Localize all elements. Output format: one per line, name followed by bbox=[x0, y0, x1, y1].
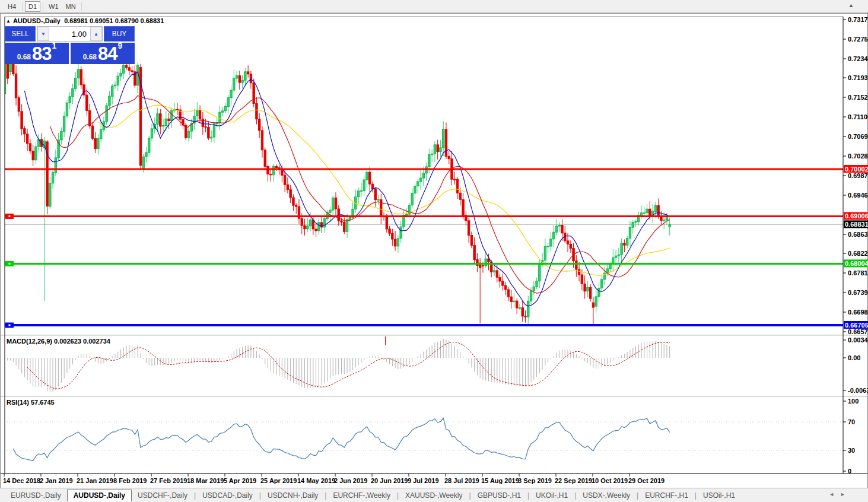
chart-tabs: EURUSD-,DailyAUDUSD-,DailyUSDCHF-,Daily|… bbox=[5, 490, 741, 501]
date-axis-label: 14 May 2019 bbox=[297, 477, 335, 484]
sell-button[interactable]: SELL bbox=[5, 26, 36, 42]
rsi-axis-tick: 0 bbox=[848, 468, 851, 475]
buy-price-sup: 9 bbox=[118, 36, 123, 56]
price-axis-tick: 0.70690 bbox=[848, 133, 868, 140]
tab-separator: | bbox=[527, 491, 529, 500]
candles-layer bbox=[4, 44, 670, 325]
chart-tab-usdcad-daily[interactable]: USDCAD-,Daily bbox=[196, 490, 259, 501]
chart-tab-eurchf-h1[interactable]: EURCHF-,H1 bbox=[639, 490, 694, 501]
sell-price-int: 0.68 bbox=[17, 51, 31, 63]
tab-separator: | bbox=[469, 491, 471, 500]
tab-scroll-left-icon[interactable]: ◄ bbox=[829, 491, 840, 497]
timeframe-button-w1[interactable]: W1 bbox=[46, 1, 62, 12]
tab-scroll-right-icon[interactable]: ► bbox=[840, 491, 851, 497]
collapse-arrow-icon[interactable]: ▲ bbox=[6, 18, 11, 24]
volume-stepper: ▼ ▲ bbox=[37, 26, 103, 42]
svg-text:0.68004: 0.68004 bbox=[845, 260, 868, 267]
svg-text:0.68831: 0.68831 bbox=[845, 221, 868, 228]
date-axis-label: 22 Sep 2019 bbox=[555, 477, 592, 484]
chart-tab-usdcnh-daily[interactable]: USDCNH-,Daily bbox=[262, 490, 324, 501]
chart-tab-bar: EURUSD-,DailyAUDUSD-,DailyUSDCHF-,Daily|… bbox=[0, 488, 868, 502]
rsi-indicator-label: RSI(14) 57.6745 bbox=[7, 399, 55, 406]
macd-axis-tick: -0.00637 bbox=[848, 387, 868, 394]
price-axis-tick: 0.66980 bbox=[848, 309, 868, 316]
price-axis-tick: 0.69870 bbox=[848, 172, 868, 179]
price-axis-tick: 0.68630 bbox=[848, 231, 868, 238]
price-axis-tick: 0.67810 bbox=[848, 269, 868, 277]
price-axis-tick: 0.72750 bbox=[848, 36, 868, 43]
chart-tab-usoil-h1[interactable]: USOil-,H1 bbox=[697, 490, 741, 501]
buy-price-display[interactable]: 0.68849 bbox=[71, 43, 135, 64]
volume-decrease-icon[interactable]: ▼ bbox=[37, 27, 49, 41]
date-axis-label: 28 Jul 2019 bbox=[444, 477, 479, 484]
chart-symbol-label: AUDUSD-,Daily bbox=[13, 17, 61, 24]
date-axis-label: 29 Oct 2019 bbox=[628, 477, 664, 484]
buy-price-int: 0.68 bbox=[83, 51, 97, 63]
price-axis-tick: 0.73170 bbox=[848, 16, 868, 23]
sell-price-sup: 1 bbox=[52, 36, 57, 56]
svg-text:0.69006: 0.69006 bbox=[845, 212, 868, 220]
toolbar-separator bbox=[43, 2, 43, 11]
chart-tab-audusd-daily[interactable]: AUDUSD-,Daily bbox=[67, 490, 132, 501]
rsi-axis-tick: 100 bbox=[848, 398, 859, 405]
date-axis-label: 14 Dec 2018 bbox=[3, 477, 40, 484]
timeframe-toolbar: H4D1W1MN ▲ bbox=[0, 0, 868, 13]
rsi-axis-tick: 30 bbox=[848, 447, 855, 454]
chart-tab-usdx-weekly[interactable]: USDX-,Weekly bbox=[577, 490, 636, 501]
toolbar-separator bbox=[22, 2, 23, 11]
tab-separator: | bbox=[325, 491, 326, 500]
date-axis-label: 8 Feb 2019 bbox=[113, 477, 147, 484]
price-axis-tick: 0.71930 bbox=[848, 74, 868, 81]
volume-increase-icon[interactable]: ▲ bbox=[90, 27, 102, 41]
tab-separator: | bbox=[397, 491, 399, 500]
tab-separator: | bbox=[574, 491, 576, 500]
date-axis-label: 15 Aug 2019 bbox=[481, 477, 519, 484]
chart-title: ▲AUDUSD-,Daily 0.68981 0.69051 0.68790 0… bbox=[6, 17, 164, 24]
chart-tab-ukoil-h1[interactable]: UKOil-,H1 bbox=[530, 490, 574, 501]
date-axis-label: 21 Jan 2019 bbox=[77, 477, 113, 484]
chart-tab-eurusd-daily[interactable]: EURUSD-,Daily bbox=[5, 490, 67, 501]
macd-axis-tick: 0.00 bbox=[848, 354, 860, 361]
price-axis-tick: 0.72340 bbox=[848, 55, 868, 62]
macd-histogram-layer bbox=[5, 339, 670, 392]
chart-canvas[interactable]: 0.731700.727500.723400.719300.715200.711… bbox=[0, 0, 868, 502]
date-axis-label: 3 Sep 2019 bbox=[518, 477, 552, 484]
date-axis-label: 9 Jul 2019 bbox=[408, 477, 439, 484]
date-axis-label: 10 Oct 2019 bbox=[592, 477, 628, 484]
date-axis-label: 25 Apr 2019 bbox=[260, 477, 297, 484]
chart-tab-gbpusd-h1[interactable]: GBPUSD-,H1 bbox=[472, 490, 527, 501]
timeframe-buttons: H4D1W1MN bbox=[4, 1, 84, 12]
price-axis-tick: 0.71520 bbox=[848, 94, 868, 101]
toolbar-collapse-icon[interactable]: ▲ bbox=[848, 2, 854, 8]
moving-averages-layer bbox=[24, 72, 669, 306]
sell-price-display[interactable]: 0.68831 bbox=[5, 43, 69, 64]
price-axis-tick: 0.67390 bbox=[848, 289, 868, 296]
tab-separator: | bbox=[259, 491, 261, 500]
chart-tab-xauusd-weekly[interactable]: XAUUSD-,Weekly bbox=[399, 490, 468, 501]
svg-text:0.70002: 0.70002 bbox=[845, 166, 868, 173]
tab-scroll-arrows[interactable]: ◄► bbox=[829, 491, 851, 497]
chart-tab-eurchf-weekly[interactable]: EURCHF-,Weekly bbox=[327, 490, 396, 501]
price-axis-tick: 0.68220 bbox=[848, 250, 868, 257]
chart-ohlc-values: 0.68981 0.69051 0.68790 0.68831 bbox=[64, 17, 164, 24]
macd-indicator-label: MACD(12,26,9) 0.002623 0.002734 bbox=[7, 338, 110, 345]
timeframe-button-h4[interactable]: H4 bbox=[4, 1, 20, 12]
date-axis-label: 5 Apr 2019 bbox=[224, 477, 256, 484]
svg-text:0.66705: 0.66705 bbox=[845, 322, 868, 329]
date-axis-label: 2 Jun 2019 bbox=[334, 477, 367, 484]
date-axis-label: 20 Jun 2019 bbox=[371, 477, 408, 484]
buy-price-big: 84 bbox=[98, 45, 117, 63]
toolbar-separator bbox=[81, 2, 82, 11]
date-axis-label: 27 Feb 2019 bbox=[150, 477, 187, 484]
tab-separator: | bbox=[695, 491, 697, 500]
rsi-axis-tick: 70 bbox=[848, 418, 855, 425]
sell-price-big: 83 bbox=[32, 45, 51, 63]
chart-tab-usdchf-daily[interactable]: USDCHF-,Daily bbox=[132, 490, 193, 501]
date-axis-label: 18 Mar 2019 bbox=[187, 477, 224, 484]
timeframe-button-mn[interactable]: MN bbox=[63, 1, 79, 12]
price-axis-tick: 0.69460 bbox=[848, 192, 868, 199]
timeframe-button-d1[interactable]: D1 bbox=[25, 1, 40, 12]
price-axis-tick: 0.71100 bbox=[848, 113, 868, 120]
macd-axis-tick: 0.00349 bbox=[848, 336, 868, 344]
tab-separator: | bbox=[637, 491, 638, 500]
